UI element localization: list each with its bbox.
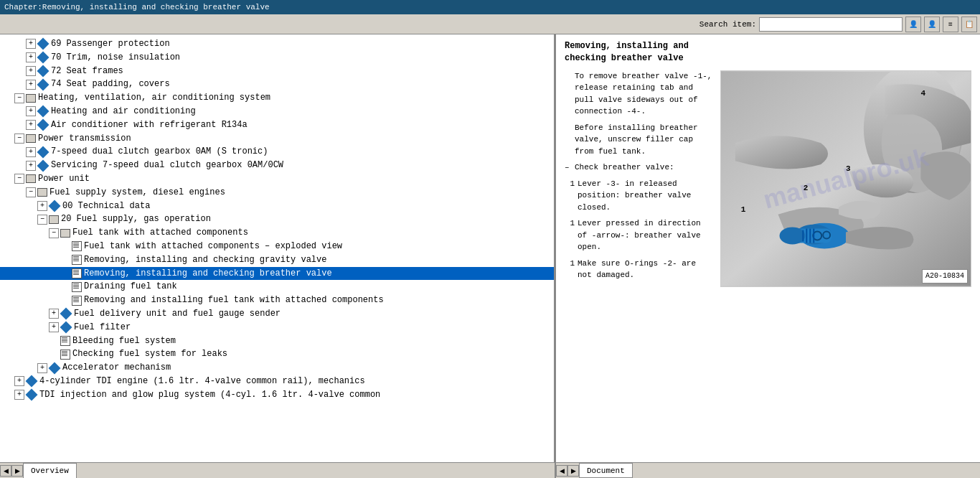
expand-icon[interactable]: +: [26, 147, 36, 157]
tree-item[interactable]: +Heating and air conditioning: [0, 105, 554, 118]
expand-icon[interactable]: +: [26, 52, 36, 62]
tab-overview[interactable]: Overview: [23, 463, 77, 478]
tree-item[interactable]: +69 Passenger protection: [0, 37, 554, 51]
tree-item[interactable]: +4-cylinder TDI engine (1.6 ltr. 4-valve…: [0, 375, 554, 388]
img-num-3: 3: [846, 164, 851, 174]
tree-item[interactable]: Checking fuel system for leaks: [0, 347, 554, 361]
main-container: +69 Passenger protection+70 Trim, noise …: [0, 34, 980, 462]
tree-item[interactable]: Removing, installing and checking gravit…: [0, 253, 554, 267]
tree-item-label: Fuel tank with attached components – exp…: [84, 240, 342, 253]
toolbar-btn-2[interactable]: 👤: [924, 17, 940, 32]
tree-item-label: Servicing 7-speed dual clutch gearbox 0A…: [51, 159, 283, 172]
tree-item[interactable]: +00 Technical data: [0, 200, 554, 213]
tree-item-label: Checking fuel system for leaks: [72, 348, 227, 360]
step-5: 1 Make sure O-rings -2- are not damaged.: [565, 258, 713, 281]
doc-icon: [60, 350, 70, 360]
expand-icon[interactable]: −: [14, 133, 24, 144]
expand-icon[interactable]: −: [14, 93, 24, 103]
expand-icon[interactable]: +: [26, 161, 36, 171]
expand-icon[interactable]: −: [14, 174, 24, 184]
content-image: manualpro.uk 1 2 3 4 A20-10834: [720, 70, 971, 287]
img-num-4: 4: [920, 88, 925, 99]
tree-item[interactable]: −Fuel supply system, diesel engines: [0, 186, 554, 200]
content-text: To remove breather valve -1-, release re…: [565, 70, 713, 287]
expand-icon[interactable]: +: [26, 80, 36, 90]
tree-item[interactable]: +70 Trim, noise insulation: [0, 51, 554, 65]
expand-icon[interactable]: +: [26, 39, 36, 49]
tree-item[interactable]: +TDI injection and glow plug system (4-c…: [0, 388, 554, 402]
blue-diamond-icon: [49, 362, 61, 374]
tree-item[interactable]: +Fuel delivery unit and fuel gauge sende…: [0, 307, 554, 321]
expand-icon[interactable]: +: [26, 66, 36, 76]
tree-item[interactable]: +72 Seat frames: [0, 65, 554, 78]
doc-icon: [72, 268, 82, 278]
tree-item-label: Heating and air conditioning: [51, 106, 196, 118]
tree-item[interactable]: Removing, installing and checking breath…: [0, 267, 554, 281]
status-left: ◀ ▶ Overview: [0, 463, 556, 478]
search-label: Search item:: [699, 20, 756, 29]
blue-diamond-icon: [49, 200, 61, 212]
expand-icon[interactable]: +: [26, 120, 36, 130]
expand-icon[interactable]: +: [49, 309, 59, 319]
tree-item-label: Fuel delivery unit and fuel gauge sender: [74, 308, 281, 320]
expand-icon[interactable]: +: [49, 322, 59, 332]
tree-item[interactable]: Bleeding fuel system: [0, 334, 554, 348]
tree-item[interactable]: +Fuel filter: [0, 321, 554, 334]
toolbar-btn-4[interactable]: 📋: [961, 17, 977, 32]
tree-item[interactable]: −Power transmission: [0, 132, 554, 146]
book-icon: [37, 188, 47, 197]
tree-item[interactable]: Draining fuel tank: [0, 280, 554, 294]
step-1: To remove breather valve -1-, release re…: [565, 70, 713, 118]
expand-icon[interactable]: −: [37, 215, 47, 225]
blue-diamond-icon: [37, 52, 50, 64]
tab-document[interactable]: Document: [579, 463, 633, 478]
status-nav-left[interactable]: ◀: [556, 465, 567, 477]
expand-icon[interactable]: −: [26, 187, 36, 197]
tree-item[interactable]: Removing and installing fuel tank with a…: [0, 294, 554, 307]
tree-item-label: 7-speed dual clutch gearbox 0AM (S troni…: [51, 146, 268, 158]
tree-item[interactable]: −Heating, ventilation, air conditioning …: [0, 91, 554, 105]
tree-item[interactable]: −Fuel tank with attached components: [0, 226, 554, 240]
tree-item-label: 69 Passenger protection: [51, 38, 170, 50]
book-icon: [26, 134, 36, 143]
doc-icon: [60, 336, 70, 346]
status-scroll-right[interactable]: ▶: [11, 465, 23, 477]
tree-item[interactable]: +7-speed dual clutch gearbox 0AM (S tron…: [0, 145, 554, 159]
tree-item[interactable]: −Power unit: [0, 172, 554, 186]
tree-item[interactable]: +Servicing 7-speed dual clutch gearbox 0…: [0, 159, 554, 172]
tree-item-label: 4-cylinder TDI engine (1.6 ltr. 4-valve …: [39, 375, 365, 388]
tree-item-label: 20 Fuel supply, gas operation: [61, 213, 211, 225]
tree-item[interactable]: −20 Fuel supply, gas operation: [0, 212, 554, 226]
blue-diamond-icon: [60, 322, 72, 334]
toolbar-btn-1[interactable]: 👤: [905, 17, 921, 32]
status-scroll-left[interactable]: ◀: [0, 465, 11, 477]
expand-icon[interactable]: −: [49, 228, 59, 238]
tree-item-label: Air conditioner with refrigerant R134a: [51, 119, 248, 131]
tree-item[interactable]: +Air conditioner with refrigerant R134a: [0, 118, 554, 132]
doc-icon: [72, 282, 82, 292]
search-input[interactable]: [759, 17, 903, 32]
expand-icon[interactable]: +: [26, 106, 36, 116]
tree-item[interactable]: +Accelerator mechanism: [0, 361, 554, 375]
tree-item[interactable]: +74 Seat padding, covers: [0, 78, 554, 91]
toolbar-btn-3[interactable]: ≡: [943, 17, 958, 32]
expand-icon[interactable]: +: [37, 201, 47, 211]
blue-diamond-icon: [26, 389, 38, 401]
expand-icon[interactable]: +: [14, 390, 24, 400]
title-text: Chapter:Removing, installing and checkin…: [4, 3, 270, 11]
tree-container[interactable]: +69 Passenger protection+70 Trim, noise …: [0, 34, 554, 462]
expand-icon[interactable]: +: [37, 363, 47, 373]
tree-item[interactable]: Fuel tank with attached components – exp…: [0, 240, 554, 253]
svg-point-6: [780, 227, 806, 244]
content-title: Removing, installing andchecking breathe…: [565, 40, 971, 65]
expand-icon[interactable]: +: [14, 376, 24, 386]
left-panel: +69 Passenger protection+70 Trim, noise …: [0, 34, 556, 462]
status-bar: ◀ ▶ Overview ◀ ▶ Document: [0, 462, 980, 478]
book-icon: [26, 174, 36, 183]
blue-diamond-icon: [37, 119, 50, 131]
tree-item-label: Fuel supply system, diesel engines: [50, 187, 225, 199]
status-nav-right[interactable]: ▶: [567, 465, 579, 477]
img-num-2: 2: [804, 183, 809, 194]
doc-icon: [72, 255, 82, 265]
tree-item-label: Power unit: [38, 173, 90, 185]
